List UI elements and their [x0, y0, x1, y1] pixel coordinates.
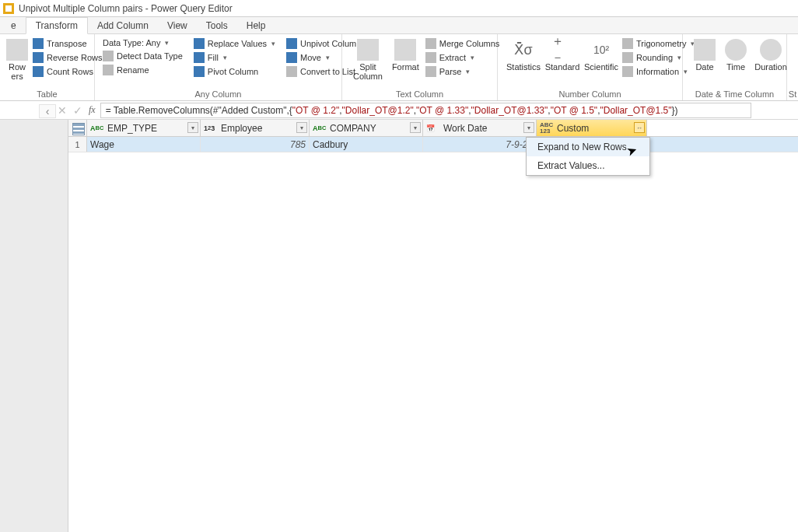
formula-input[interactable]: = Table.RemoveColumns(#"Added Custom",{ …	[100, 103, 751, 118]
tab-transform[interactable]: Transform	[26, 17, 88, 34]
time-icon	[725, 39, 747, 61]
extract-button[interactable]: Extract▾	[424, 51, 502, 64]
duration-button[interactable]: Duration	[751, 37, 790, 73]
merge-columns-button[interactable]: Merge Columns	[424, 37, 502, 50]
tab-home[interactable]: e	[2, 18, 26, 33]
fx-icon: fx	[89, 104, 96, 116]
cell-emp-type[interactable]: Wage	[87, 137, 201, 152]
cell-employee[interactable]: 785	[201, 137, 310, 152]
info-icon	[622, 66, 633, 77]
date-type-icon: 📅	[426, 123, 440, 134]
count-icon	[33, 66, 44, 77]
date-button[interactable]: Date	[689, 37, 720, 73]
tab-help[interactable]: Help	[237, 18, 275, 33]
chevron-down-icon: ▾	[326, 54, 330, 61]
tab-add-column[interactable]: Add Column	[88, 18, 158, 33]
cell-company[interactable]: Cadbury	[310, 137, 423, 152]
table-row[interactable]: 1 Wage 785 Cadbury 7-9-20	[68, 137, 798, 152]
collapse-queries-button[interactable]: ‹	[39, 104, 56, 118]
row-number: 1	[68, 137, 87, 152]
fill-icon	[194, 52, 205, 63]
queries-panel-collapsed[interactable]	[0, 120, 68, 532]
extract-icon	[425, 52, 436, 63]
replace-icon	[194, 38, 205, 49]
grid-area: ABC EMP_TYPE ▾ 123 Employee ▾ ABC COMPAN…	[0, 120, 798, 532]
transpose-icon	[33, 38, 44, 49]
detect-data-type-button[interactable]: Detect Data Type	[101, 50, 184, 62]
title-bar: Unpivot Multiple Column pairs - Power Qu…	[0, 0, 798, 17]
group-label-structured: St	[787, 89, 798, 100]
filter-button[interactable]: ▾	[523, 122, 534, 133]
chevron-down-icon: ▾	[165, 39, 169, 47]
ribbon-group-number-column: X̄σ Statistics ＋－ Standard 10² Scientifi…	[498, 34, 683, 100]
standard-button[interactable]: ＋－ Standard	[543, 37, 582, 73]
ribbon-group-text-column: Split Column Format Merge Columns Extrac…	[342, 34, 498, 100]
filter-button[interactable]: ▾	[296, 122, 307, 133]
data-grid: ABC EMP_TYPE ▾ 123 Employee ▾ ABC COMPAN…	[68, 120, 798, 532]
tab-tools[interactable]: Tools	[197, 18, 237, 33]
ribbon-group-date-time: Date Time Duration Date & Time Column	[683, 34, 787, 100]
round-icon	[622, 52, 633, 63]
table-icon	[6, 39, 28, 61]
window-title: Unpivot Multiple Column pairs - Power Qu…	[19, 3, 233, 14]
column-header-employee[interactable]: 123 Employee ▾	[201, 120, 310, 136]
merge-icon	[425, 38, 436, 49]
chevron-down-icon: ▾	[271, 40, 275, 47]
menu-item-expand-new-rows[interactable]: Expand to New Rows	[527, 138, 649, 156]
unpivot-icon	[286, 38, 297, 49]
statistics-icon: X̄σ	[513, 39, 534, 61]
chevron-down-icon: ▾	[466, 68, 470, 75]
statistics-button[interactable]: X̄σ Statistics	[504, 37, 543, 73]
formula-cancel-button[interactable]: ✕	[54, 104, 70, 117]
column-header-emp-type[interactable]: ABC EMP_TYPE ▾	[87, 120, 201, 136]
menu-item-extract-values[interactable]: Extract Values...	[527, 156, 649, 175]
expand-context-menu: Expand to New Rows Extract Values...	[526, 137, 650, 176]
cell-work-date[interactable]: 7-9-20	[423, 137, 537, 152]
row-corner[interactable]	[68, 120, 87, 136]
column-header-work-date[interactable]: 📅 Work Date ▾	[423, 120, 537, 136]
split-icon	[357, 39, 379, 61]
column-header-company[interactable]: ABC COMPANY ▾	[310, 120, 423, 136]
transpose-button[interactable]: Transpose	[31, 37, 104, 50]
ribbon-group-any-column: Data Type: Any▾ Detect Data Type Rename …	[95, 34, 342, 100]
scientific-button[interactable]: 10² Scientific	[582, 37, 621, 73]
split-column-button[interactable]: Split Column	[348, 37, 387, 82]
pivot-icon	[194, 66, 205, 77]
group-label-date-time: Date & Time Column	[683, 89, 786, 100]
format-icon	[394, 39, 416, 61]
table-icon	[72, 123, 83, 134]
filter-button[interactable]: ▾	[187, 122, 198, 133]
ribbon: Row ers Transpose Reverse Rows Count Row…	[0, 34, 798, 101]
filter-button[interactable]: ▾	[410, 122, 421, 133]
ribbon-group-table: Row ers Transpose Reverse Rows Count Row…	[0, 34, 95, 100]
tab-view[interactable]: View	[158, 18, 197, 33]
reverse-rows-button[interactable]: Reverse Rows	[31, 51, 104, 64]
detect-icon	[103, 51, 114, 61]
group-label-table: Table	[0, 89, 94, 100]
rename-button[interactable]: Rename	[101, 64, 184, 76]
column-header-custom[interactable]: ABC123 Custom ↔	[537, 120, 647, 136]
expand-button[interactable]: ↔	[634, 122, 645, 133]
replace-values-button[interactable]: Replace Values▾	[192, 37, 277, 50]
fill-button[interactable]: Fill▾	[192, 51, 277, 64]
parse-icon	[425, 66, 436, 77]
chevron-down-icon: ▾	[677, 54, 681, 61]
time-button[interactable]: Time	[720, 37, 751, 73]
ribbon-group-structured: St	[787, 34, 798, 100]
parse-button[interactable]: Parse▾	[424, 65, 502, 78]
use-first-row-button[interactable]: Row ers	[6, 37, 28, 82]
standard-icon: ＋－	[551, 39, 573, 61]
app-icon	[3, 3, 14, 14]
data-type-button[interactable]: Data Type: Any▾	[101, 37, 184, 48]
duration-icon	[760, 39, 782, 61]
formula-accept-button[interactable]: ✓	[70, 104, 86, 117]
convert-icon	[286, 66, 297, 77]
pivot-column-button[interactable]: Pivot Column	[192, 65, 277, 78]
rename-icon	[103, 65, 114, 75]
trig-icon	[622, 38, 633, 49]
chevron-down-icon: ▾	[223, 54, 227, 61]
count-rows-button[interactable]: Count Rows	[31, 65, 104, 78]
format-button[interactable]: Format	[387, 37, 424, 73]
group-label-number-column: Number Column	[498, 89, 682, 100]
scientific-icon: 10²	[590, 39, 612, 61]
